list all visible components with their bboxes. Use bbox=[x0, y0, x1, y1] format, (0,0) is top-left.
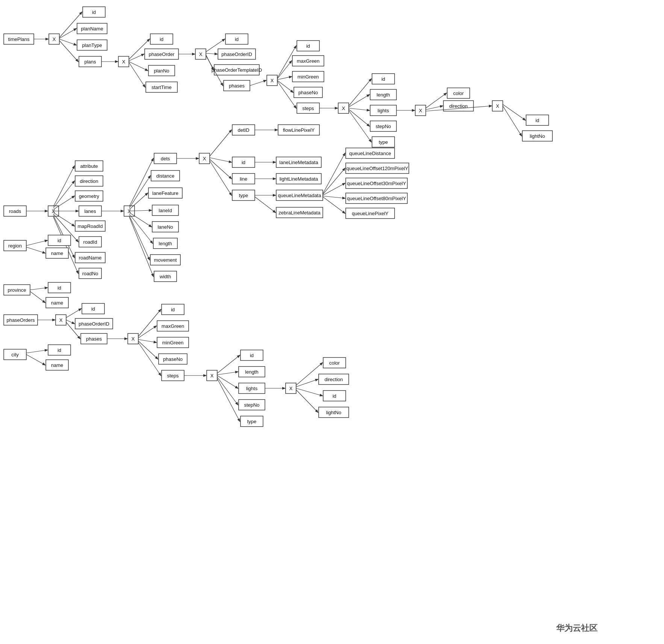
svg-text:lights: lights bbox=[246, 386, 258, 391]
svg-text:id: id bbox=[57, 347, 61, 353]
node-steps-bottom-length: length bbox=[239, 366, 265, 377]
svg-text:flowLinePixelY: flowLinePixelY bbox=[283, 127, 315, 133]
svg-text:id: id bbox=[57, 285, 61, 291]
svg-line-81 bbox=[349, 109, 369, 126]
node-lights-top: lights bbox=[370, 105, 396, 116]
svg-text:queueLineOffset120mPixelY: queueLineOffset120mPixelY bbox=[346, 166, 408, 171]
svg-line-254 bbox=[138, 326, 156, 338]
watermark: 华为云社区 bbox=[556, 623, 597, 633]
svg-text:X: X bbox=[203, 156, 206, 161]
svg-text:X: X bbox=[199, 51, 203, 57]
svg-line-131 bbox=[53, 181, 74, 208]
svg-text:type: type bbox=[379, 139, 388, 145]
node-color-bottom: color bbox=[323, 357, 346, 368]
svg-line-239 bbox=[323, 197, 345, 213]
svg-text:startTime: startTime bbox=[151, 84, 172, 90]
svg-text:stepNo: stepNo bbox=[244, 402, 259, 408]
node-planNo: planNo bbox=[148, 65, 175, 76]
node-lights-bottom: lights bbox=[239, 383, 265, 394]
svg-text:attribute: attribute bbox=[80, 163, 98, 169]
node-x7: X bbox=[492, 101, 503, 111]
node-direction-bottom: direction bbox=[319, 374, 349, 385]
svg-text:name: name bbox=[51, 250, 64, 256]
svg-text:id: id bbox=[535, 118, 539, 123]
svg-text:length: length bbox=[377, 92, 390, 98]
svg-text:mapRoadId: mapRoadId bbox=[77, 223, 103, 229]
node-phaseOrder-id: id bbox=[225, 34, 248, 44]
node-lightNo-top: lightNo bbox=[522, 131, 552, 141]
node-stepNo-bottom: stepNo bbox=[239, 400, 265, 410]
node-phases-bottom-id: id bbox=[162, 304, 184, 315]
node-phases-phaseOrders: phases bbox=[81, 333, 107, 344]
node-province-name: name bbox=[46, 297, 68, 308]
node-laneId: laneId bbox=[152, 205, 178, 216]
svg-text:phaseOrders: phaseOrders bbox=[6, 317, 35, 323]
svg-line-62 bbox=[277, 77, 292, 80]
svg-line-82 bbox=[349, 110, 371, 142]
node-laneNo: laneNo bbox=[152, 222, 178, 232]
node-color-top: color bbox=[447, 88, 470, 98]
svg-line-79 bbox=[349, 95, 369, 107]
svg-line-130 bbox=[53, 166, 74, 207]
node-laneLineMetadata: laneLineMetadata bbox=[276, 157, 321, 167]
node-type-bottom: type bbox=[240, 416, 263, 427]
svg-line-160 bbox=[66, 320, 74, 324]
svg-text:X: X bbox=[419, 108, 422, 113]
svg-text:phaseNo: phaseNo bbox=[163, 356, 183, 362]
node-width: width bbox=[154, 271, 177, 282]
svg-line-206 bbox=[210, 130, 231, 156]
svg-text:movement: movement bbox=[154, 257, 177, 263]
node-phaseOrders: phaseOrders bbox=[4, 315, 38, 325]
svg-line-149 bbox=[30, 291, 45, 303]
svg-line-193 bbox=[129, 216, 150, 260]
svg-text:laneFeature: laneFeature bbox=[152, 190, 178, 196]
node-direction-roads: direction bbox=[75, 176, 103, 186]
node-x14: X bbox=[286, 383, 296, 394]
svg-text:lights: lights bbox=[378, 108, 389, 113]
node-type-top: type bbox=[372, 137, 395, 147]
node-timePlans: timePlans bbox=[4, 34, 34, 44]
svg-text:city: city bbox=[11, 352, 19, 357]
node-zebraLineMetadata: zebraLineMetadata bbox=[276, 207, 323, 218]
node-dets-type: type bbox=[232, 190, 255, 201]
svg-line-224 bbox=[255, 197, 275, 213]
svg-text:color: color bbox=[453, 90, 464, 96]
node-stepNo-top: stepNo bbox=[370, 121, 396, 131]
svg-line-132 bbox=[53, 196, 74, 210]
node-phaseNo: phaseNo bbox=[294, 87, 322, 98]
node-minGreen-bottom: minGreen bbox=[157, 337, 189, 348]
svg-line-273 bbox=[217, 376, 238, 388]
svg-text:X: X bbox=[53, 36, 56, 42]
svg-text:lanes: lanes bbox=[84, 208, 96, 214]
node-phaseOrderTemplateID: phaseOrderTemplateID bbox=[212, 65, 262, 75]
svg-line-235 bbox=[323, 153, 345, 194]
node-queueLineOffset30: queueLineOffset30mPixelY bbox=[346, 178, 407, 189]
svg-text:lightLineMetadata: lightLineMetadata bbox=[280, 176, 318, 182]
node-queueLinePixelY: queueLinePixelY bbox=[346, 208, 395, 219]
svg-text:laneId: laneId bbox=[159, 208, 172, 213]
svg-line-29 bbox=[129, 54, 144, 61]
svg-text:zebraLineMetadata: zebraLineMetadata bbox=[278, 210, 321, 216]
svg-text:region: region bbox=[8, 243, 22, 249]
svg-text:maxGreen: maxGreen bbox=[297, 58, 320, 64]
svg-line-15 bbox=[59, 39, 76, 45]
node-attribute: attribute bbox=[75, 161, 103, 171]
svg-text:X: X bbox=[342, 106, 345, 111]
node-line: line bbox=[232, 173, 255, 184]
svg-text:phaseOrderTemplateID: phaseOrderTemplateID bbox=[212, 67, 262, 73]
svg-line-272 bbox=[217, 372, 238, 375]
node-movement: movement bbox=[150, 255, 180, 265]
svg-text:distance: distance bbox=[156, 173, 174, 179]
node-x4: X bbox=[267, 75, 277, 86]
node-roadNo: roadNo bbox=[79, 268, 101, 279]
node-roads: roads bbox=[4, 206, 26, 216]
svg-line-16 bbox=[59, 41, 78, 62]
node-detID: detID bbox=[232, 125, 255, 135]
svg-text:roadNo: roadNo bbox=[82, 271, 98, 276]
node-plans-id: id bbox=[150, 34, 173, 44]
svg-text:geometry: geometry bbox=[79, 193, 100, 199]
node-geometry: geometry bbox=[75, 191, 103, 201]
node-lights-bottom-id: id bbox=[323, 391, 346, 401]
node-x9: X bbox=[56, 315, 66, 325]
node-city-name: name bbox=[46, 360, 68, 370]
